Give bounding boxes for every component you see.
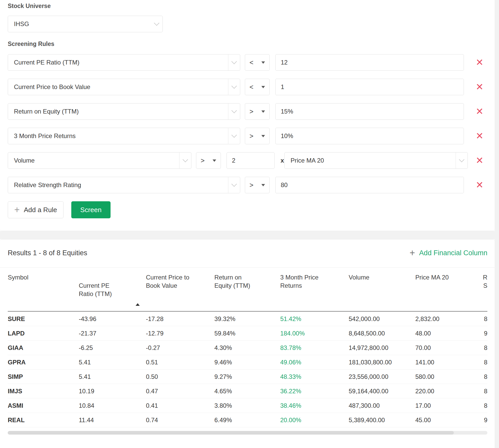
rule-field-select[interactable]: Volume [8, 152, 191, 169]
results-table: Symbol Current PE Ratio (TTM) Current Pr… [0, 268, 495, 427]
cell-symbol[interactable]: GIAA [8, 344, 79, 351]
rule-operator-select[interactable]: < [245, 79, 270, 95]
rule-field-value: 3 Month Price Returns [8, 132, 228, 140]
delete-rule-icon[interactable]: ✕ [476, 156, 484, 165]
screening-rule-row: Return on Equity (TTM) > ✕ [8, 103, 488, 120]
cell-ma20: 17.00 [415, 402, 477, 409]
stock-universe-select[interactable]: IHSG [8, 16, 163, 32]
delete-rule-icon[interactable]: ✕ [476, 58, 484, 67]
cell-m3: 20.00% [280, 417, 349, 424]
rule-value-input[interactable] [227, 152, 275, 169]
rule-multiplier-field-select[interactable]: Price MA 20 [284, 152, 468, 169]
add-rule-button-label: Add a Rule [24, 206, 57, 214]
table-row[interactable]: GPRA5.410.519.46%49.06%181,030,800.00141… [8, 355, 487, 370]
rule-value-input[interactable] [275, 177, 464, 193]
cell-pb: 0.50 [146, 373, 214, 380]
delete-rule-icon[interactable]: ✕ [476, 82, 484, 92]
cell-symbol[interactable]: ASMI [8, 402, 79, 409]
cell-volume: 8,648,500.00 [349, 330, 415, 337]
cell-ma20: 141.00 [415, 359, 477, 366]
table-row[interactable]: LAPD-21.37-12.7959.84%184.00%8,648,500.0… [8, 326, 487, 341]
rule-field-select[interactable]: Relative Strength Rating [8, 177, 240, 193]
cell-roe: 3.80% [214, 402, 280, 409]
results-header: Results 1 - 8 of 8 Equities + Add Financ… [0, 239, 495, 268]
rule-field-select[interactable]: Current Price to Book Value [8, 79, 240, 95]
add-rule-button[interactable]: + Add a Rule [8, 201, 64, 218]
cell-symbol[interactable]: GPRA [8, 359, 79, 366]
cell-pb: -0.27 [146, 344, 214, 351]
table-row[interactable]: SIMP5.410.509.27%48.33%23,556,000.00580.… [8, 370, 487, 384]
rule-field-select[interactable]: 3 Month Price Returns [8, 128, 240, 144]
cell-pe: -21.37 [79, 330, 146, 337]
cell-ma20: 48.00 [415, 330, 477, 337]
cell-ma20: 220.00 [415, 388, 477, 395]
rule-operator-value: < [250, 59, 253, 67]
horizontal-scrollbar[interactable] [8, 431, 487, 435]
rule-operator-select[interactable]: > [245, 177, 270, 193]
table-row[interactable]: SURE-43.96-17.2839.32%51.42%542,000.002,… [8, 312, 487, 326]
cell-symbol[interactable]: REAL [8, 417, 79, 424]
cell-pb: 0.51 [146, 359, 214, 366]
cell-roe: 4.65% [214, 388, 280, 395]
table-row[interactable]: REAL11.440.746.49%20.00%5,389,400.0045.0… [8, 413, 487, 427]
rule-value-input[interactable] [275, 54, 464, 71]
chevron-down-icon [151, 22, 162, 26]
cell-symbol[interactable]: IMJS [8, 388, 79, 395]
horizontal-scrollbar-thumb[interactable] [8, 431, 454, 435]
column-header-3-month-returns[interactable]: 3 Month Price Returns [280, 273, 349, 306]
rule-value-input[interactable] [275, 103, 464, 120]
cell-rs: 8 [477, 344, 487, 351]
screener-form-card: Stock Universe IHSG Screening Rules Curr… [0, 0, 495, 231]
rule-operator-select[interactable]: > [245, 103, 270, 120]
cell-m3: 38.46% [280, 402, 349, 409]
column-header-current-pe-ratio[interactable]: Current PE Ratio (TTM) [79, 273, 146, 306]
column-header-symbol[interactable]: Symbol [8, 273, 79, 306]
sort-ascending-icon [136, 303, 140, 306]
column-header-price-to-book[interactable]: Current Price to Book Value [146, 273, 214, 306]
chevron-down-icon [228, 54, 240, 70]
column-header-volume[interactable]: Volume [349, 273, 415, 306]
rule-value-input[interactable] [275, 79, 464, 95]
cell-m3: 49.06% [280, 359, 349, 366]
rule-operator-select[interactable]: > [196, 152, 221, 169]
cell-volume: 14,972,800.00 [349, 344, 415, 351]
add-financial-column-link[interactable]: + Add Financial Column [410, 248, 487, 258]
rule-field-select[interactable]: Current PE Ratio (TTM) [8, 54, 240, 71]
section-divider-band [0, 231, 499, 239]
table-row[interactable]: ASMI10.840.413.80%38.46%487,300.0017.008 [8, 398, 487, 413]
table-row[interactable]: GIAA-6.25-0.274.30%83.78%14,972,800.0070… [8, 341, 487, 355]
cell-symbol[interactable]: LAPD [8, 330, 79, 337]
rule-field-value: Return on Equity (TTM) [8, 108, 228, 115]
column-header-price-ma-20[interactable]: Price MA 20 [415, 273, 477, 306]
triangle-down-icon [213, 159, 216, 162]
delete-rule-icon[interactable]: ✕ [476, 107, 484, 116]
rule-operator-select[interactable]: < [245, 54, 270, 71]
delete-rule-icon[interactable]: ✕ [476, 180, 484, 190]
cell-m3: 51.42% [280, 315, 349, 323]
results-table-body: SURE-43.96-17.2839.32%51.42%542,000.002,… [8, 312, 487, 427]
screen-button[interactable]: Screen [71, 201, 111, 218]
cell-ma20: 70.00 [415, 344, 477, 351]
cell-symbol[interactable]: SURE [8, 315, 79, 323]
cell-roe: 59.84% [214, 330, 280, 337]
cell-pb: 0.47 [146, 388, 214, 395]
cell-volume: 23,556,000.00 [349, 373, 415, 380]
cell-pb: 0.41 [146, 402, 214, 409]
column-header-rs-rating-truncated[interactable]: R S [477, 273, 487, 306]
cell-symbol[interactable]: SIMP [8, 373, 79, 380]
add-financial-column-label: Add Financial Column [419, 249, 487, 257]
rule-field-select[interactable]: Return on Equity (TTM) [8, 103, 240, 120]
column-header-return-on-equity[interactable]: Return on Equity (TTM) [214, 273, 280, 306]
rule-value-input[interactable] [275, 128, 464, 144]
cell-pe: 10.19 [79, 388, 146, 395]
footnotes: *Market Data (Technical) di update setia… [0, 440, 499, 448]
triangle-down-icon [261, 86, 265, 88]
plus-icon: + [410, 248, 415, 258]
table-row[interactable]: IMJS10.190.474.65%36.22%59,164,400.00220… [8, 384, 487, 398]
rule-operator-select[interactable]: > [245, 128, 270, 144]
cell-rs: 9 [477, 417, 487, 424]
delete-rule-icon[interactable]: ✕ [476, 131, 484, 141]
cell-volume: 487,300.00 [349, 402, 415, 409]
column-header-label: Current PE Ratio (TTM) [79, 282, 112, 297]
cell-ma20: 45.00 [415, 417, 477, 424]
